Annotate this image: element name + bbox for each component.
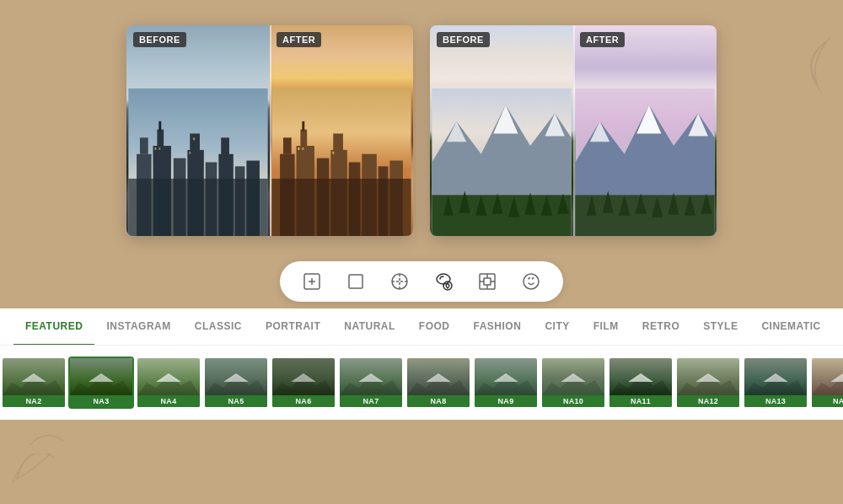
svg-point-78 xyxy=(524,274,539,289)
resize-transform-icon[interactable] xyxy=(475,270,499,293)
city-ba-container: BEFORE xyxy=(126,25,413,236)
svg-rect-32 xyxy=(271,179,411,236)
filter-tab-retro[interactable]: RETRO xyxy=(631,308,692,346)
filter-tab-classic[interactable]: CLASSIC xyxy=(183,308,254,346)
svg-rect-6 xyxy=(174,158,186,236)
face-retouch-icon[interactable] xyxy=(519,270,543,293)
svg-rect-10 xyxy=(218,154,234,236)
svg-rect-24 xyxy=(302,121,304,131)
preset-item-na7[interactable]: NA7 xyxy=(337,357,405,409)
svg-rect-8 xyxy=(190,133,200,151)
svg-rect-16 xyxy=(158,147,160,150)
svg-rect-13 xyxy=(246,161,260,236)
filter-tab-fashion[interactable]: FASHION xyxy=(462,308,534,346)
preset-label-na6: NA6 xyxy=(272,395,335,407)
mountain-ba-container: BEFORE xyxy=(430,25,717,236)
filter-tabs: FEATUREDINSTAGRAMCLASSICPORTRAITNATURALF… xyxy=(0,308,843,346)
svg-rect-28 xyxy=(349,163,361,237)
svg-rect-25 xyxy=(317,158,330,236)
svg-marker-61 xyxy=(668,192,679,214)
city-after-label: AFTER xyxy=(277,32,321,47)
toolbar xyxy=(280,261,563,302)
svg-rect-3 xyxy=(153,146,171,236)
svg-rect-31 xyxy=(389,161,403,236)
svg-marker-56 xyxy=(587,195,597,215)
svg-rect-23 xyxy=(300,130,307,147)
svg-marker-42 xyxy=(443,195,454,215)
preset-item-na14[interactable]: NA14 xyxy=(809,357,843,409)
filter-effect-icon[interactable] xyxy=(432,270,455,293)
svg-rect-17 xyxy=(189,152,191,154)
svg-rect-9 xyxy=(206,163,217,237)
filter-tab-style[interactable]: STYLE xyxy=(691,308,749,346)
bottom-strip xyxy=(0,420,843,453)
svg-marker-63 xyxy=(701,193,712,213)
add-photo-icon[interactable] xyxy=(300,270,324,293)
svg-marker-62 xyxy=(685,195,696,215)
mountain-after-half: AFTER xyxy=(573,25,717,236)
svg-marker-46 xyxy=(508,196,520,217)
svg-marker-48 xyxy=(541,195,553,215)
preset-item-na2[interactable]: NA2 xyxy=(0,357,67,409)
filter-tab-portrait[interactable]: PORTRAIT xyxy=(254,308,332,346)
svg-marker-44 xyxy=(475,195,487,215)
city-after-half: AFTER xyxy=(270,25,413,236)
filter-tab-natural[interactable]: NATURAL xyxy=(332,308,407,346)
svg-rect-35 xyxy=(332,152,334,154)
svg-rect-11 xyxy=(221,137,229,155)
preset-label-na3: NA3 xyxy=(70,395,132,407)
preset-item-na11[interactable]: NA11 xyxy=(607,357,674,409)
svg-rect-26 xyxy=(330,150,346,236)
crop-icon[interactable] xyxy=(344,270,368,293)
svg-marker-59 xyxy=(635,193,647,213)
preset-item-na6[interactable]: NA6 xyxy=(270,357,337,409)
filter-tab-cinematic[interactable]: CINEMATIC xyxy=(749,308,832,346)
filter-tab-instagram[interactable]: INSTAGRAM xyxy=(94,308,182,346)
filter-tab-film[interactable]: FILM xyxy=(582,308,631,346)
mountain-before-label: BEFORE xyxy=(437,32,490,47)
preset-label-na10: NA10 xyxy=(542,395,604,407)
filter-tab-black-white[interactable]: BLACK & WHITE xyxy=(833,308,843,346)
preset-label-na7: NA7 xyxy=(340,395,402,407)
svg-marker-40 xyxy=(447,121,466,142)
preset-item-na13[interactable]: NA13 xyxy=(742,357,809,409)
svg-rect-18 xyxy=(193,137,195,140)
presets-strip: NA2NA3NA4NA5NA6NA7NA8NA9NA10NA11NA12NA13… xyxy=(0,346,843,420)
svg-rect-20 xyxy=(280,154,295,236)
svg-rect-50 xyxy=(575,88,714,236)
svg-rect-27 xyxy=(333,133,343,151)
preset-item-na3[interactable]: NA3 xyxy=(67,357,135,409)
preset-item-na4[interactable]: NA4 xyxy=(135,357,202,409)
svg-rect-19 xyxy=(271,88,411,236)
svg-rect-21 xyxy=(283,137,292,153)
svg-rect-2 xyxy=(140,137,148,153)
texture-icon[interactable] xyxy=(388,270,411,293)
svg-rect-67 xyxy=(349,275,362,288)
preview-area: BEFORE xyxy=(0,0,843,253)
svg-marker-60 xyxy=(652,196,663,217)
svg-rect-73 xyxy=(484,278,491,285)
preset-label-na11: NA11 xyxy=(609,395,672,407)
mountain-before-half: BEFORE xyxy=(430,25,573,236)
svg-marker-38 xyxy=(493,105,518,133)
preset-label-na9: NA9 xyxy=(475,395,537,407)
svg-marker-53 xyxy=(689,113,708,136)
svg-rect-55 xyxy=(575,195,714,236)
preset-label-na4: NA4 xyxy=(137,395,200,407)
preset-item-na5[interactable]: NA5 xyxy=(202,357,270,409)
svg-rect-34 xyxy=(302,147,303,150)
svg-marker-51 xyxy=(575,105,714,236)
svg-rect-1 xyxy=(137,154,152,236)
filter-tab-food[interactable]: FOOD xyxy=(407,308,462,346)
svg-marker-37 xyxy=(432,105,571,236)
preset-item-na9[interactable]: NA9 xyxy=(472,357,540,409)
filter-tab-city[interactable]: CITY xyxy=(533,308,581,346)
preset-label-na2: NA2 xyxy=(3,395,65,407)
preset-item-na10[interactable]: NA10 xyxy=(540,357,607,409)
svg-marker-43 xyxy=(459,191,470,213)
preset-item-na12[interactable]: NA12 xyxy=(674,357,742,409)
filter-tab-featured[interactable]: FEATURED xyxy=(13,308,94,346)
toolbar-wrapper xyxy=(0,261,843,302)
preset-item-na8[interactable]: NA8 xyxy=(405,357,472,409)
preset-label-na14: NA14 xyxy=(812,395,843,407)
